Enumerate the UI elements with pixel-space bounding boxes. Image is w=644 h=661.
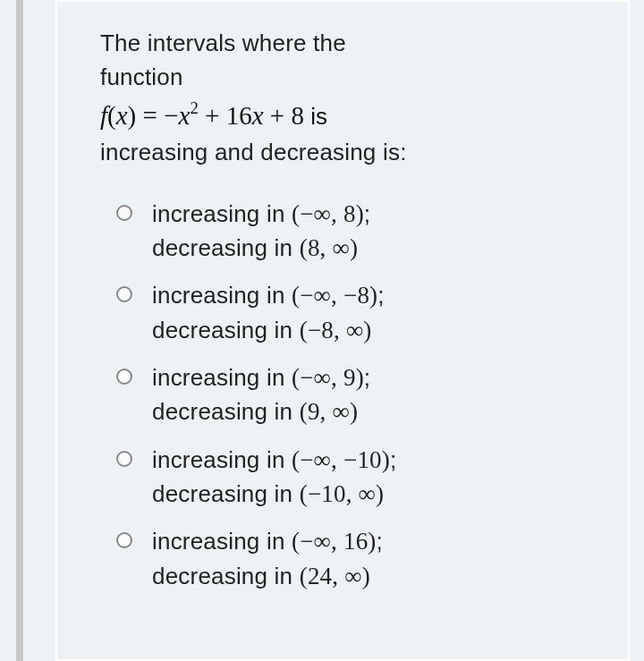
opt-label: increasing in xyxy=(152,364,292,391)
opt-interval: (−∞, 8) xyxy=(292,200,364,227)
option-1[interactable]: increasing in (−∞, 8); decreasing in (8,… xyxy=(116,197,592,266)
math-close: ) xyxy=(128,101,137,130)
question-stem-line1: The intervals where the xyxy=(100,27,592,61)
radio-icon[interactable] xyxy=(116,286,132,302)
option-4[interactable]: increasing in (−∞, −10); decreasing in (… xyxy=(116,443,592,512)
math-fx: f xyxy=(100,101,107,130)
radio-icon[interactable] xyxy=(116,532,132,548)
opt-semi: ; xyxy=(377,282,384,309)
opt-interval: (−∞, −10) xyxy=(292,446,390,473)
opt-semi: ; xyxy=(364,364,370,391)
opt-label: decreasing in xyxy=(152,398,300,425)
option-5-text: increasing in (−∞, 16); decreasing in (2… xyxy=(152,524,383,593)
radio-icon[interactable] xyxy=(116,369,132,385)
opt-semi: ; xyxy=(390,446,396,473)
opt-label: decreasing in xyxy=(152,234,300,261)
math-sup: 2 xyxy=(190,98,198,117)
opt-interval: (9, ∞) xyxy=(300,398,358,425)
math-rest: + 16 xyxy=(199,101,252,130)
math-var: x xyxy=(116,101,128,130)
opt-semi: ; xyxy=(377,528,383,555)
option-3[interactable]: increasing in (−∞, 9); decreasing in (9,… xyxy=(116,360,592,429)
math-tail-is: is xyxy=(310,103,327,130)
question-stem-line2: function xyxy=(100,61,592,95)
math-neg: − xyxy=(164,101,178,130)
opt-interval: (24, ∞) xyxy=(300,563,370,589)
math-x: x xyxy=(179,101,191,130)
question-card: The intervals where the function f(x) = … xyxy=(57,2,628,659)
math-const: + 8 xyxy=(264,101,311,130)
radio-icon[interactable] xyxy=(116,205,132,221)
question-stem-line3: increasing and decreasing is: xyxy=(100,136,592,170)
opt-label: decreasing in xyxy=(152,480,300,507)
radio-icon[interactable] xyxy=(116,451,132,467)
opt-interval: (−∞, 16) xyxy=(292,528,377,555)
option-3-text: increasing in (−∞, 9); decreasing in (9,… xyxy=(152,360,370,429)
opt-interval: (−∞, 9) xyxy=(292,364,364,391)
option-2[interactable]: increasing in (−∞, −8); decreasing in (−… xyxy=(116,278,592,347)
opt-label: increasing in xyxy=(152,282,292,309)
question-math: f(x) = −x2 + 16x + 8 is xyxy=(100,97,592,134)
opt-label: increasing in xyxy=(152,200,292,227)
opt-label: decreasing in xyxy=(152,317,300,343)
opt-label: decreasing in xyxy=(152,563,300,589)
option-4-text: increasing in (−∞, −10); decreasing in (… xyxy=(152,443,396,512)
opt-interval: (−8, ∞) xyxy=(300,317,372,343)
scroll-indicator xyxy=(16,0,23,661)
options-group: increasing in (−∞, 8); decreasing in (8,… xyxy=(100,197,592,593)
option-5[interactable]: increasing in (−∞, 16); decreasing in (2… xyxy=(116,524,592,593)
math-open: ( xyxy=(107,101,116,130)
opt-label: increasing in xyxy=(152,528,292,555)
opt-interval: (−∞, −8) xyxy=(292,282,377,309)
math-x2: x xyxy=(252,101,264,130)
math-eq: = xyxy=(136,101,164,130)
option-2-text: increasing in (−∞, −8); decreasing in (−… xyxy=(152,278,385,347)
opt-label: increasing in xyxy=(152,446,292,473)
question-card-wrapper: The intervals where the function f(x) = … xyxy=(55,0,630,661)
option-1-text: increasing in (−∞, 8); decreasing in (8,… xyxy=(152,197,370,266)
opt-interval: (8, ∞) xyxy=(300,234,358,261)
opt-interval: (−10, ∞) xyxy=(300,480,385,507)
opt-semi: ; xyxy=(364,200,370,227)
